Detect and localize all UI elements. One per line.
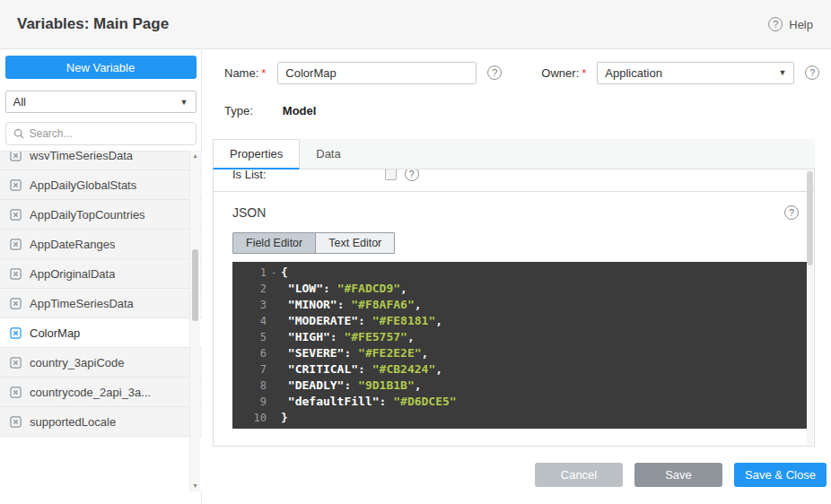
editor-mode-toggle: Field EditorText Editor xyxy=(232,232,395,254)
variable-label: wsvTimeSeriesData xyxy=(30,151,133,162)
owner-label: Owner: xyxy=(541,66,579,80)
variable-label: AppDateRanges xyxy=(30,238,115,251)
json-help-icon[interactable]: ? xyxy=(784,205,799,220)
owner-required-asterisk: * xyxy=(582,66,586,80)
code-text: "SEVERE": "#FE2E2E", xyxy=(281,345,428,361)
variable-list-item[interactable]: AppOriginalData xyxy=(0,259,202,289)
scrollbar-thumb[interactable] xyxy=(192,249,198,321)
code-text: "MODERATE": "#FE8181", xyxy=(281,313,442,329)
code-lines: 1-{2 "LOW": "#FADCD9",3 "MINOR": "#F8AFA… xyxy=(232,265,807,426)
is-list-row: Is List: ? xyxy=(214,169,814,192)
owner-help-icon[interactable]: ? xyxy=(805,65,819,80)
name-input[interactable] xyxy=(277,62,477,84)
variable-label: countrycode_2api_3a... xyxy=(30,386,151,399)
name-label: Name: xyxy=(224,66,258,80)
variable-icon xyxy=(10,239,22,250)
code-line: 3 "MINOR": "#F8AFA6", xyxy=(232,297,807,313)
code-text: "DEADLY": "9D1B1B", xyxy=(281,378,422,394)
variable-list-item[interactable]: ColorMap xyxy=(0,318,202,348)
new-variable-button[interactable]: New Variable xyxy=(5,56,197,79)
name-required-asterisk: * xyxy=(261,66,266,80)
type-label: Type: xyxy=(224,104,253,117)
code-line: 2 "LOW": "#FADCD9", xyxy=(232,281,807,297)
cancel-button[interactable]: Cancel xyxy=(535,463,623,487)
page-header: Variables: Main Page ? Help xyxy=(0,0,831,49)
filter-selected-value: All xyxy=(13,95,26,109)
help-question-icon: ? xyxy=(768,17,783,31)
variable-list: wsvTimeSeriesData AppDailyGlobalStats Ap… xyxy=(0,151,202,491)
variable-list-item[interactable]: AppTimeSeriesData xyxy=(0,289,202,318)
variable-list-item[interactable]: country_3apiCode xyxy=(0,348,202,378)
variable-list-item[interactable]: countrycode_2api_3a... xyxy=(0,378,202,407)
code-text: "CRITICAL": "#CB2424", xyxy=(281,361,442,378)
line-number: 5 xyxy=(232,329,267,345)
line-number: 10 xyxy=(232,410,267,426)
fold-gutter xyxy=(267,329,281,345)
help-label: Help xyxy=(789,18,813,31)
scroll-down-icon[interactable]: ▼ xyxy=(190,481,200,491)
owner-selected-value: Application xyxy=(605,66,662,80)
fold-gutter xyxy=(267,410,281,426)
variable-label: AppDailyGlobalStats xyxy=(30,178,136,192)
variable-list-item[interactable]: supportedLocale xyxy=(0,407,202,437)
line-number: 1 xyxy=(232,265,267,281)
variable-list-item[interactable]: AppDailyTopCountries xyxy=(0,200,202,230)
fold-gutter xyxy=(267,297,281,313)
search-icon xyxy=(13,128,24,139)
line-number: 7 xyxy=(232,361,267,378)
footer-actions: Cancel Save Save & Close xyxy=(535,463,827,487)
tab-properties[interactable]: Properties xyxy=(213,139,300,169)
code-line: 4 "MODERATE": "#FE8181", xyxy=(232,313,807,329)
name-help-icon[interactable]: ? xyxy=(487,65,502,80)
code-text: } xyxy=(281,410,288,426)
owner-select[interactable]: Application ▼ xyxy=(597,62,794,84)
main-content: Name: * ? Owner: * Application ▼ ? Type:… xyxy=(203,50,831,504)
variable-label: country_3apiCode xyxy=(30,356,125,369)
field-editor-button[interactable]: Field Editor xyxy=(233,233,315,253)
variable-filter-dropdown[interactable]: All ▼ xyxy=(5,91,197,113)
type-row: Type: Model xyxy=(224,104,316,117)
variable-list-item[interactable]: AppDailyGlobalStats xyxy=(0,170,202,200)
code-line: 9 "defaultFill": "#D6DCE5" xyxy=(232,394,807,410)
variable-label: AppDailyTopCountries xyxy=(30,208,145,222)
chevron-down-icon: ▼ xyxy=(180,98,188,107)
variable-icon xyxy=(10,327,22,339)
variable-list-item[interactable]: AppDateRanges xyxy=(0,230,202,259)
code-line: 10} xyxy=(232,410,807,426)
panel-scrollbar-thumb[interactable] xyxy=(807,171,813,265)
is-list-checkbox[interactable] xyxy=(385,169,397,180)
code-text: "LOW": "#FADCD9", xyxy=(281,281,407,297)
help-button[interactable]: ? Help xyxy=(768,17,813,31)
variable-icon xyxy=(10,151,22,161)
variable-label: supportedLocale xyxy=(30,415,116,429)
code-line: 7 "CRITICAL": "#CB2424", xyxy=(232,361,807,378)
save-and-close-button[interactable]: Save & Close xyxy=(734,463,827,487)
variable-list-item[interactable]: wsvTimeSeriesData xyxy=(0,151,202,170)
code-line: 8 "DEADLY": "9D1B1B", xyxy=(232,378,807,394)
variable-icon xyxy=(10,268,22,280)
fold-icon[interactable]: - xyxy=(267,265,281,281)
line-number: 6 xyxy=(232,345,267,361)
variable-list-inner: wsvTimeSeriesData AppDailyGlobalStats Ap… xyxy=(0,151,202,437)
variable-icon xyxy=(10,298,22,309)
fold-gutter xyxy=(267,281,281,297)
code-text: "HIGH": "#FE5757", xyxy=(281,329,415,345)
tab-data[interactable]: Data xyxy=(300,139,356,169)
fold-gutter xyxy=(267,394,281,410)
is-list-help-icon[interactable]: ? xyxy=(405,169,419,181)
properties-panel: Is List: ? JSON ? Field EditorText Edito… xyxy=(213,169,815,447)
line-number: 2 xyxy=(232,281,267,297)
scroll-up-icon[interactable]: ▲ xyxy=(190,151,200,161)
json-section-title: JSON xyxy=(232,205,266,220)
json-code-editor[interactable]: 1-{2 "LOW": "#FADCD9",3 "MINOR": "#F8AFA… xyxy=(232,262,807,429)
variable-icon xyxy=(10,179,22,191)
line-number: 9 xyxy=(232,394,267,410)
sidebar-scrollbar[interactable]: ▲ ▼ xyxy=(189,151,200,491)
save-button[interactable]: Save xyxy=(634,463,722,487)
sidebar: New Variable All ▼ wsvTimeSeriesData App… xyxy=(0,50,202,504)
variable-label: ColorMap xyxy=(30,326,80,340)
search-input[interactable] xyxy=(30,127,188,140)
code-line: 6 "SEVERE": "#FE2E2E", xyxy=(232,345,807,361)
code-text: "MINOR": "#F8AFA6", xyxy=(281,297,422,313)
text-editor-button[interactable]: Text Editor xyxy=(315,233,394,253)
